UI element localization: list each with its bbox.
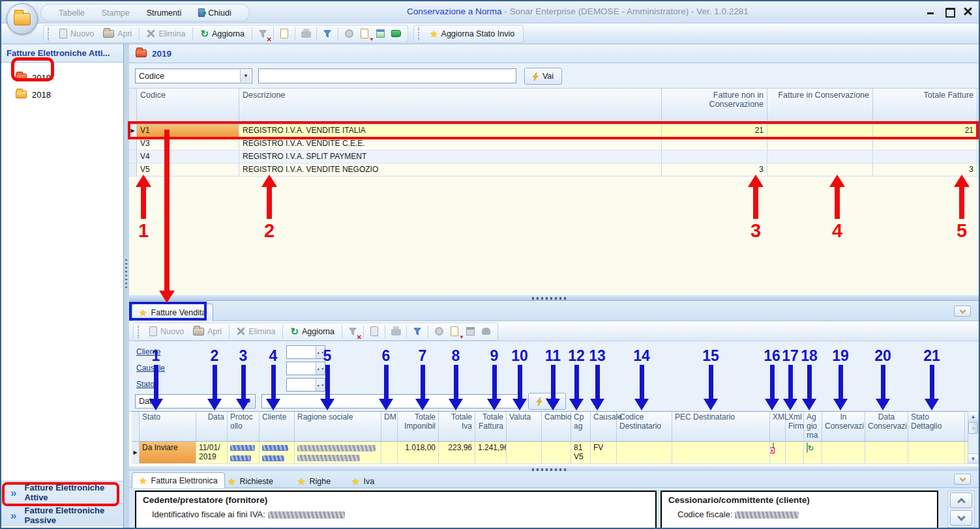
- maximize-button[interactable]: [945, 7, 954, 16]
- sidebar-item-fatture-attive[interactable]: » Fatture Elettroniche Attive: [1, 481, 123, 504]
- cell-cliente-redacted[interactable]: [260, 442, 295, 463]
- cell-in-conservazione[interactable]: [822, 442, 865, 463]
- cell-codice[interactable]: V4: [137, 150, 239, 163]
- cell-in-conservazione[interactable]: [767, 124, 873, 137]
- column-header-codice-destinatario[interactable]: Codice Destinatario: [617, 412, 672, 441]
- table-row-v3[interactable]: V3 REGISTRO I.V.A. VENDITE C.E.E.: [129, 137, 979, 150]
- app-menu-button[interactable]: [7, 3, 38, 35]
- cell-non-conservazione[interactable]: 21: [662, 124, 767, 137]
- cell-non-conservazione[interactable]: [662, 150, 767, 163]
- cell-valuta[interactable]: [507, 442, 542, 463]
- cell-in-conservazione[interactable]: [767, 137, 873, 150]
- aggiorna-button[interactable]: ↻Aggiorna: [286, 324, 339, 338]
- refresh-file-icon[interactable]: [807, 442, 808, 453]
- clear-filter-button[interactable]: [255, 27, 271, 41]
- apri-button[interactable]: Apri: [188, 325, 226, 338]
- tab-richieste[interactable]: ★ Richieste: [220, 472, 280, 490]
- cell-data-conservazione[interactable]: [865, 442, 908, 463]
- dropdown-arrow-icon[interactable]: ▼: [243, 395, 254, 407]
- nuovo-button[interactable]: Nuovo: [145, 324, 188, 338]
- close-button[interactable]: [963, 7, 972, 16]
- aggiorna-button[interactable]: ↻Aggiorna: [196, 27, 249, 40]
- window-button[interactable]: [462, 324, 478, 339]
- clock-button[interactable]: [431, 324, 447, 339]
- column-header-cpag[interactable]: Cpag: [571, 412, 591, 441]
- causale-filter-link[interactable]: Causale: [136, 364, 165, 373]
- cell-totale-iva[interactable]: 223,96: [439, 442, 475, 463]
- column-header-totale-imponibile[interactable]: Totale Imponibil: [398, 412, 439, 441]
- xml-file-icon[interactable]: [773, 442, 774, 453]
- cell-stato-dettaglio[interactable]: [908, 442, 965, 463]
- cell-xml-firm[interactable]: [786, 442, 804, 463]
- column-header-xml[interactable]: XML: [770, 412, 786, 441]
- search-input[interactable]: [258, 68, 516, 83]
- column-header-descrizione[interactable]: Descrizione: [239, 89, 662, 124]
- blank-document-button[interactable]: [276, 27, 292, 41]
- cell-codice[interactable]: V1: [137, 124, 239, 137]
- cell-in-conservazione[interactable]: [767, 150, 873, 163]
- column-header-ragione-sociale[interactable]: Ragione sociale: [295, 412, 381, 441]
- tab-righe[interactable]: ★ Righe: [290, 472, 338, 490]
- sidebar-item-fatture-passive[interactable]: » Fatture Elettroniche Passive: [1, 504, 123, 526]
- cell-descrizione[interactable]: REGISTRO I.V.A. VENDITE C.E.E.: [239, 137, 662, 150]
- vertical-splitter[interactable]: [124, 44, 129, 528]
- data-filter-input[interactable]: [261, 394, 521, 408]
- scroll-down-button[interactable]: [950, 510, 972, 526]
- cell-cpag[interactable]: 81V5: [571, 442, 591, 463]
- cell-totale-imponibile[interactable]: 1.018,00: [398, 442, 439, 463]
- cell-totale[interactable]: [873, 137, 977, 150]
- export-button[interactable]: [357, 27, 372, 41]
- tree-item-2018[interactable]: 2018: [16, 86, 123, 103]
- stato-spinner-input[interactable]: [286, 378, 325, 392]
- cliente-filter-link[interactable]: Cliente: [136, 347, 160, 356]
- column-header-aggiorna[interactable]: Aggiorna: [804, 412, 822, 441]
- filter-button[interactable]: [319, 27, 335, 41]
- cell-codice[interactable]: V5: [137, 164, 239, 176]
- tab-fattura-elettronica[interactable]: ★ Fattura Elettronica: [132, 472, 225, 488]
- scroll-up-icon[interactable]: ▲: [968, 412, 978, 422]
- cell-totale[interactable]: 21: [873, 124, 977, 137]
- toolbar-grip[interactable]: [138, 325, 141, 338]
- sales-vai-button[interactable]: Vai: [528, 393, 566, 410]
- cell-descrizione[interactable]: REGISTRO I.V.A. VENDITE NEGOZIO: [239, 164, 662, 176]
- horizontal-splitter[interactable]: [129, 294, 979, 301]
- elimina-button[interactable]: Elimina: [232, 325, 280, 338]
- print-button[interactable]: [298, 27, 314, 41]
- menu-tabelle[interactable]: Tabelle: [50, 8, 93, 18]
- window-button[interactable]: [372, 27, 388, 41]
- column-header-cliente[interactable]: Cliente: [260, 412, 295, 441]
- column-header-protocollo[interactable]: Protocollo: [228, 412, 260, 441]
- collapse-panel-button[interactable]: [954, 474, 971, 485]
- toolbar-grip[interactable]: [418, 27, 421, 40]
- cell-causale[interactable]: FV: [591, 442, 617, 463]
- menu-strumenti[interactable]: Strumenti: [138, 8, 190, 18]
- apri-button[interactable]: Apri: [98, 27, 136, 40]
- column-header-causale[interactable]: Causale: [591, 412, 617, 441]
- export-button[interactable]: [447, 324, 462, 339]
- elimina-button[interactable]: Elimina: [142, 27, 190, 40]
- print-button[interactable]: [388, 324, 404, 339]
- causale-spinner-input[interactable]: [286, 362, 325, 375]
- column-header-codice[interactable]: Codice: [137, 89, 239, 124]
- clock-button[interactable]: [341, 27, 357, 41]
- vai-button[interactable]: Vai: [524, 68, 562, 85]
- column-header-totale-fatture[interactable]: Totale Fatture: [873, 89, 977, 124]
- column-header-fatture-in-conservazione[interactable]: Fatture in Conservazione: [767, 89, 873, 124]
- cell-descrizione[interactable]: REGISTRO I.V.A. SPLIT PAYMENT: [239, 150, 662, 163]
- table-row-v4[interactable]: V4 REGISTRO I.V.A. SPLIT PAYMENT: [129, 150, 979, 164]
- column-header-in-conservazione[interactable]: In Conservazi: [822, 412, 865, 441]
- blank-document-button[interactable]: [366, 324, 382, 339]
- cell-protocollo-redacted[interactable]: [228, 442, 260, 463]
- nuovo-button[interactable]: Nuovo: [55, 27, 98, 40]
- tab-iva[interactable]: ★ Iva: [344, 472, 381, 490]
- column-header-valuta[interactable]: Valuta: [507, 412, 542, 441]
- cell-non-conservazione[interactable]: 3: [662, 164, 767, 176]
- column-header-totale-fattura[interactable]: Totale Fattura: [475, 412, 507, 441]
- column-header-stato[interactable]: Stato: [140, 412, 196, 441]
- cell-ragione-sociale-redacted[interactable]: [295, 442, 381, 463]
- stamp-button[interactable]: [478, 324, 494, 339]
- cell-xml[interactable]: [770, 442, 786, 463]
- cell-in-conservazione[interactable]: [767, 164, 873, 176]
- column-header-totale-iva[interactable]: Totale Iva: [439, 412, 475, 441]
- tab-fatture-vendita[interactable]: ★ Fatture Vendita: [132, 304, 213, 321]
